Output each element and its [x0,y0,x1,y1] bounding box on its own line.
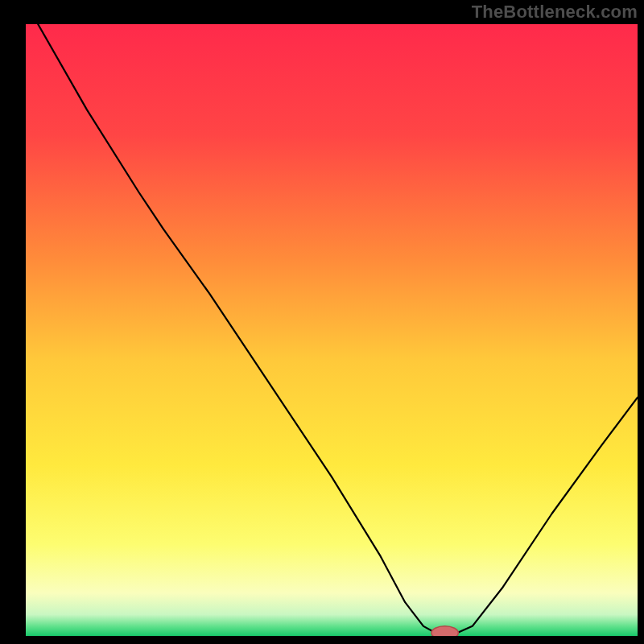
chart-frame: TheBottleneck.com [0,0,644,644]
optimal-marker [431,626,458,640]
plot-background [26,24,638,636]
bottleneck-chart [0,0,644,644]
watermark-text: TheBottleneck.com [472,2,638,23]
